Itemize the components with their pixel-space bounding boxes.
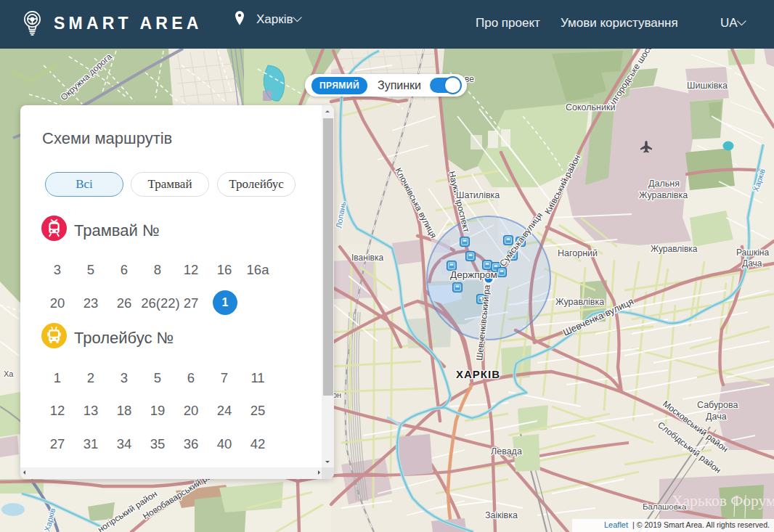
svg-text:| © 2019 Smart Area. All right: | © 2019 Smart Area. All rights reserved… xyxy=(632,520,770,529)
svg-text:Нагорний: Нагорний xyxy=(558,248,598,258)
svg-text:ХАРКІВ: ХАРКІВ xyxy=(456,368,500,380)
svg-text:Левада: Левада xyxy=(491,446,522,457)
svg-text:Leaflet: Leaflet xyxy=(604,520,628,529)
svg-text:Іванівка: Іванівка xyxy=(351,253,383,263)
svg-text:Журавлівка: Журавлівка xyxy=(555,297,604,307)
svg-text:Держпром: Держпром xyxy=(450,269,497,280)
svg-text:Дача: Дача xyxy=(742,258,762,269)
svg-text:Ха: Ха xyxy=(4,369,14,378)
svg-text:Шатилівка: Шатилівка xyxy=(456,190,500,200)
svg-text:Дача: Дача xyxy=(706,412,727,422)
svg-text:Харьков Форум: Харьков Форум xyxy=(672,492,774,510)
svg-text:Заіківка: Заіківка xyxy=(485,510,518,520)
svg-text:Шишківка: Шишківка xyxy=(687,81,728,91)
svg-text:Рашкіна: Рашкіна xyxy=(736,247,769,258)
svg-text:Сокольники: Сокольники xyxy=(566,102,615,112)
svg-text:Сабурова: Сабурова xyxy=(697,400,738,410)
svg-text:Дальня: Дальня xyxy=(648,179,680,189)
svg-text:Журавлівка: Журавлівка xyxy=(651,244,698,254)
svg-text:Журавлівка: Журавлівка xyxy=(639,190,688,200)
